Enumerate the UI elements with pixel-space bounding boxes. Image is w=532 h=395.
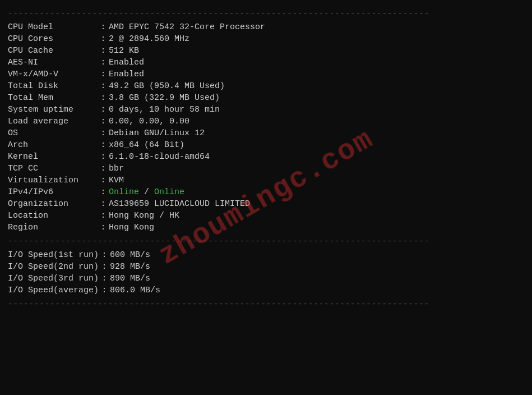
table-row: CPU Cores:2 @ 2894.560 MHz (8, 33, 524, 45)
row-colon: : (98, 45, 109, 57)
row-colon: : (99, 284, 110, 296)
table-row: IPv4/IPv6:Online / Online (8, 186, 524, 198)
row-label: Load average (8, 116, 98, 127)
row-value: 49.2 GB (950.4 MB Used) (109, 80, 524, 92)
table-row: Load average:0.00, 0.00, 0.00 (8, 116, 524, 127)
row-colon: : (98, 186, 109, 198)
row-value: 6.1.0-18-cloud-amd64 (109, 151, 524, 163)
row-label: Organization (8, 198, 98, 210)
row-value: Enabled (109, 57, 524, 68)
row-label: I/O Speed(average) (8, 284, 99, 296)
row-value: Enabled (109, 68, 524, 80)
table-row: Organization:AS139659 LUCIDACLOUD LIMITE… (8, 198, 524, 210)
row-label: I/O Speed(3rd run) (8, 273, 99, 284)
row-value: AMD EPYC 7542 32-Core Processor (109, 21, 524, 33)
table-row: Arch:x86_64 (64 Bit) (8, 139, 524, 151)
row-value: Online / Online (109, 186, 524, 198)
row-value: 3.8 GB (322.9 MB Used) (109, 92, 524, 104)
row-label: CPU Model (8, 21, 98, 33)
row-label: Total Disk (8, 80, 98, 92)
row-label: Arch (8, 139, 98, 151)
row-value: x86_64 (64 Bit) (109, 139, 524, 151)
row-label: System uptime (8, 104, 98, 116)
row-value: 0.00, 0.00, 0.00 (109, 116, 524, 127)
row-colon: : (98, 127, 109, 139)
row-value: Debian GNU/Linux 12 (109, 127, 524, 139)
row-value: AS139659 LUCIDACLOUD LIMITED (109, 198, 524, 210)
row-label: I/O Speed(1st run) (8, 249, 99, 261)
table-row: Virtualization:KVM (8, 174, 524, 186)
row-label: Kernel (8, 151, 98, 163)
table-row: VM-x/AMD-V:Enabled (8, 68, 524, 80)
table-row: I/O Speed(2nd run):928 MB/s (8, 261, 524, 273)
row-colon: : (98, 68, 109, 80)
table-row: I/O Speed(average):806.0 MB/s (8, 284, 524, 296)
row-value: KVM (109, 174, 524, 186)
row-colon: : (99, 249, 110, 261)
table-row: I/O Speed(3rd run):890 MB/s (8, 273, 524, 284)
row-colon: : (99, 273, 110, 284)
row-colon: : (98, 92, 109, 104)
table-row: System uptime:0 days, 10 hour 58 min (8, 104, 524, 116)
row-value: Hong Kong (109, 222, 524, 233)
row-colon: : (98, 139, 109, 151)
table-row: Region:Hong Kong (8, 222, 524, 233)
row-colon: : (98, 104, 109, 116)
row-colon: : (98, 198, 109, 210)
row-value: 600 MB/s (110, 249, 524, 261)
row-colon: : (98, 80, 109, 92)
table-row: AES-NI:Enabled (8, 57, 524, 68)
row-label: OS (8, 127, 98, 139)
table-row: Total Mem:3.8 GB (322.9 MB Used) (8, 92, 524, 104)
row-value: Hong Kong / HK (109, 210, 524, 222)
table-row: Total Disk:49.2 GB (950.4 MB Used) (8, 80, 524, 92)
row-colon: : (98, 222, 109, 233)
table-row: I/O Speed(1st run):600 MB/s (8, 249, 524, 261)
row-colon: : (98, 174, 109, 186)
row-label: IPv4/IPv6 (8, 186, 98, 198)
table-row: TCP CC:bbr (8, 163, 524, 174)
row-colon: : (98, 163, 109, 174)
row-value: 928 MB/s (110, 261, 524, 273)
row-value: 806.0 MB/s (110, 284, 524, 296)
row-label: TCP CC (8, 163, 98, 174)
row-value: 0 days, 10 hour 58 min (109, 104, 524, 116)
table-row: OS:Debian GNU/Linux 12 (8, 127, 524, 139)
table-row: CPU Model:AMD EPYC 7542 32-Core Processo… (8, 21, 524, 33)
table-row: Kernel:6.1.0-18-cloud-amd64 (8, 151, 524, 163)
row-value: 2 @ 2894.560 MHz (109, 33, 524, 45)
row-label: CPU Cache (8, 45, 98, 57)
divider-mid: ----------------------------------------… (8, 237, 524, 246)
row-label: Virtualization (8, 174, 98, 186)
row-colon: : (98, 21, 109, 33)
row-label: I/O Speed(2nd run) (8, 261, 99, 273)
system-info-table: CPU Model:AMD EPYC 7542 32-Core Processo… (8, 21, 524, 233)
row-colon: : (98, 57, 109, 68)
row-colon: : (98, 210, 109, 222)
row-colon: : (98, 151, 109, 163)
row-value: bbr (109, 163, 524, 174)
row-colon: : (98, 116, 109, 127)
row-label: AES-NI (8, 57, 98, 68)
row-label: CPU Cores (8, 33, 98, 45)
io-info-table: I/O Speed(1st run):600 MB/sI/O Speed(2nd… (8, 249, 524, 296)
row-label: Location (8, 210, 98, 222)
row-label: Total Mem (8, 92, 98, 104)
row-colon: : (99, 261, 110, 273)
row-label: Region (8, 222, 98, 233)
row-label: VM-x/AMD-V (8, 68, 98, 80)
table-row: Location:Hong Kong / HK (8, 210, 524, 222)
divider-bottom: ----------------------------------------… (8, 300, 524, 309)
row-value: 890 MB/s (110, 273, 524, 284)
row-value: 512 KB (109, 45, 524, 57)
divider-top: ----------------------------------------… (8, 9, 524, 18)
table-row: CPU Cache:512 KB (8, 45, 524, 57)
row-colon: : (98, 33, 109, 45)
